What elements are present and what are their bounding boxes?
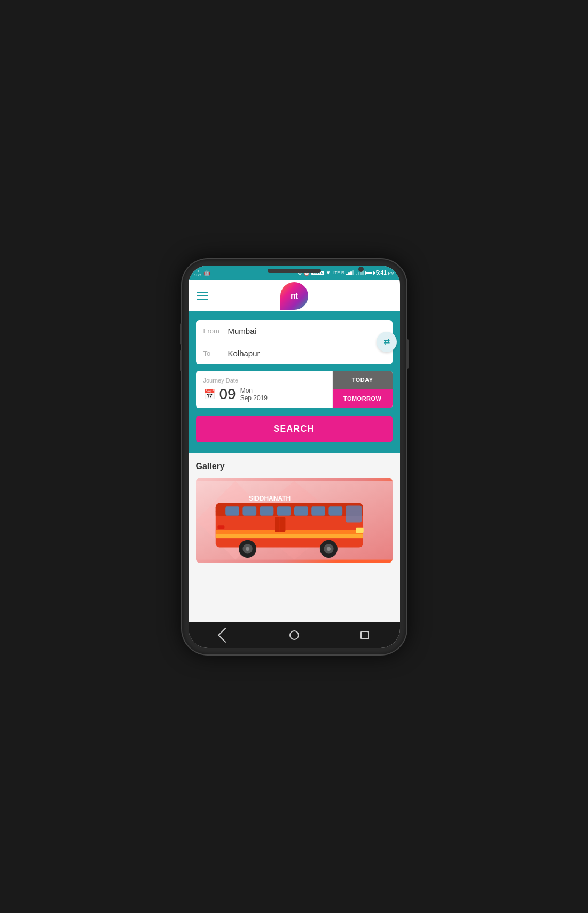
journey-date-row: 📅 09 Mon Sep 2019 (203, 387, 325, 402)
volume-down-button (180, 350, 182, 371)
status-right: ⊖ ⏰ VOLTE ▼ LTE R (297, 270, 394, 276)
bus-illustration: SIDDHANATH (196, 478, 393, 563)
alarm-icon: ⏰ (303, 270, 310, 276)
from-card[interactable]: From Mumbai (196, 320, 393, 342)
status-time: 5:41 PM (376, 270, 395, 276)
svg-rect-16 (215, 534, 363, 537)
logo-text: nt (291, 291, 297, 301)
svg-rect-9 (277, 506, 291, 516)
svg-rect-6 (225, 506, 239, 516)
back-nav-icon (217, 627, 232, 642)
svg-rect-15 (215, 530, 363, 534)
home-nav-icon (289, 630, 299, 640)
swap-button[interactable]: ⇅ (377, 332, 397, 352)
from-label: From (203, 327, 223, 335)
from-value: Mumbai (228, 326, 256, 335)
date-details: Mon Sep 2019 (240, 387, 268, 402)
svg-point-19 (245, 547, 249, 550)
status-bar: 0 KB/s 🤖 ⊖ ⏰ VOLTE ▼ LTE R (189, 266, 400, 280)
to-label: To (203, 349, 223, 357)
date-day: Mon (240, 387, 268, 394)
home-nav-button[interactable] (284, 625, 305, 646)
search-button[interactable]: SEARCH (196, 416, 393, 442)
route-inputs: From Mumbai ⇅ To Kolhapur (196, 320, 393, 364)
svg-rect-23 (356, 527, 364, 532)
search-section: From Mumbai ⇅ To Kolhapur Journey Date (189, 311, 400, 453)
svg-rect-7 (242, 506, 256, 516)
journey-date-left: Journey Date 📅 09 Mon Sep 2019 (196, 371, 332, 408)
phone-screen: 0 KB/s 🤖 ⊖ ⏰ VOLTE ▼ LTE R (189, 266, 400, 648)
status-left: 0 KB/s 🤖 (194, 269, 210, 277)
minus-icon: ⊖ (297, 270, 302, 276)
tomorrow-button[interactable]: TOMORROW (333, 389, 393, 408)
date-month-year: Sep 2019 (240, 394, 268, 402)
back-nav-button[interactable] (213, 625, 234, 646)
svg-text:SIDDHANATH: SIDDHANATH (248, 495, 290, 502)
volume-up-button (180, 323, 182, 345)
swap-icon: ⇅ (382, 339, 391, 345)
journey-date-card[interactable]: Journey Date 📅 09 Mon Sep 2019 TODAY (196, 371, 393, 408)
svg-rect-10 (294, 506, 308, 516)
to-card[interactable]: To Kolhapur (196, 342, 393, 364)
recents-nav-button[interactable] (354, 625, 375, 646)
signal-bars (346, 270, 354, 275)
journey-date-right: TODAY TOMORROW (332, 371, 393, 408)
lte-label: LTE R (333, 270, 344, 275)
battery-icon (365, 271, 374, 275)
logo-shape: nt (280, 282, 308, 310)
phone-frame: 0 KB/s 🤖 ⊖ ⏰ VOLTE ▼ LTE R (182, 259, 406, 654)
wifi-icon: ▼ (326, 270, 331, 276)
journey-date-label: Journey Date (203, 377, 325, 384)
svg-rect-12 (328, 506, 342, 516)
svg-rect-13 (346, 505, 361, 522)
gallery-image: SIDDHANATH (196, 478, 393, 563)
power-button (406, 339, 409, 369)
android-icon: 🤖 (203, 270, 210, 276)
menu-button[interactable] (197, 292, 208, 300)
app-bar: nt (189, 280, 400, 311)
kb-indicator: 0 KB/s (194, 269, 202, 277)
svg-point-22 (326, 547, 330, 550)
svg-rect-11 (311, 506, 325, 516)
today-button[interactable]: TODAY (333, 371, 393, 389)
recents-nav-icon (360, 631, 369, 639)
to-value: Kolhapur (228, 349, 260, 358)
app-logo: nt (280, 282, 308, 310)
volte-badge: VOLTE (311, 271, 324, 275)
signal-bars-2 (356, 270, 364, 275)
calendar-icon: 📅 (203, 388, 215, 400)
date-number: 09 (219, 387, 236, 402)
gallery-title: Gallery (196, 462, 393, 471)
gallery-section: Gallery (189, 453, 400, 622)
svg-rect-24 (217, 525, 224, 529)
main-content: From Mumbai ⇅ To Kolhapur Journey Date (189, 311, 400, 622)
svg-rect-8 (260, 506, 273, 516)
nav-bar (189, 622, 400, 648)
